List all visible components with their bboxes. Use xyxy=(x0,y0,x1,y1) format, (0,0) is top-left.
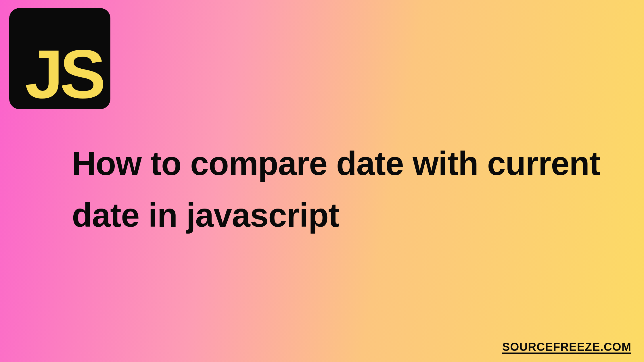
article-headline: How to compare date with current date in… xyxy=(72,138,604,241)
javascript-logo: JS xyxy=(9,8,110,109)
site-watermark: SOURCEFREEZE.COM xyxy=(502,340,631,353)
blog-banner: JS How to compare date with current date… xyxy=(0,0,644,362)
js-logo-text: JS xyxy=(25,40,102,109)
